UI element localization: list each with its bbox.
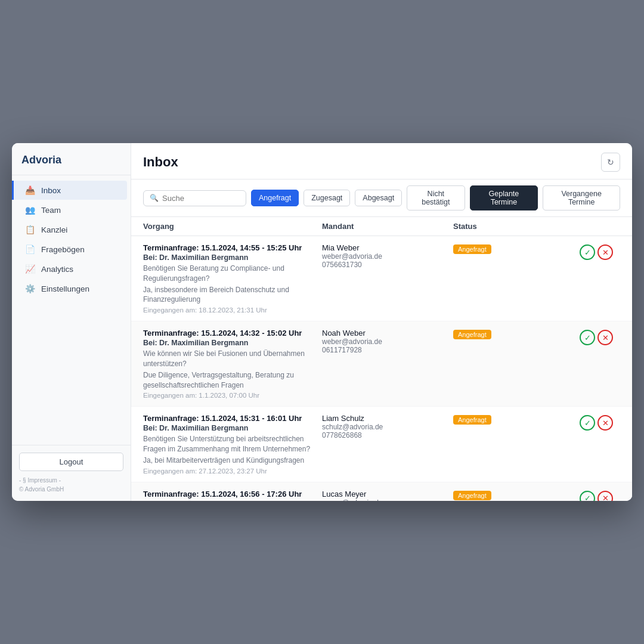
status-badge: Angefragt: [453, 330, 491, 339]
reject-button[interactable]: ✕: [597, 415, 613, 431]
sidebar-item-team[interactable]: 👥Team: [16, 200, 127, 219]
mandant-email: schulz@advoria.de: [322, 423, 453, 431]
vorgang-cell: Terminanfrage: 15.1.2024, 14:32 - 15:02 …: [143, 329, 322, 399]
sidebar: Advoria 📥Inbox👥Team📋Kanzlei📄Fragebögen📈A…: [12, 143, 131, 501]
mandant-email: weber@advoria.de: [322, 252, 453, 261]
app-window: Advoria 📥Inbox👥Team📋Kanzlei📄Fragebögen📈A…: [12, 143, 632, 501]
mandant-cell: Mia Weber weber@advoria.de 0756631730: [322, 243, 453, 269]
mandant-cell: Liam Schulz schulz@advoria.de 0778626868: [322, 414, 453, 439]
status-cell: Angefragt: [453, 414, 572, 425]
vorgang-sub: Bei: Dr. Maximilian Bergmann: [143, 339, 322, 347]
search-wrap: 🔍: [143, 190, 246, 206]
vorgang-text2: Ja, insbesondere im Bereich Datenschutz …: [143, 285, 322, 305]
vorgang-cell: Terminanfrage: 15.1.2024, 16:56 - 17:26 …: [143, 490, 322, 501]
accept-button[interactable]: ✓: [580, 330, 595, 345]
actions-cell: ✓ ✕: [572, 415, 620, 431]
sidebar-footer: Logout - § Impressum - © Advoria GmbH: [12, 445, 131, 501]
sidebar-item-kanzlei[interactable]: 📋Kanzlei: [16, 220, 127, 239]
team-icon: 👥: [25, 205, 35, 215]
inbox-icon: 📥: [25, 185, 35, 195]
status-badge: Angefragt: [453, 491, 491, 500]
vorgang-title: Terminanfrage: 15.1.2024, 15:31 - 16:01 …: [143, 414, 322, 423]
mandant-name: Liam Schulz: [322, 414, 453, 423]
status-cell: Angefragt: [453, 329, 572, 339]
vorgang-title: Terminanfrage: 15.1.2024, 16:56 - 17:26 …: [143, 490, 322, 499]
sidebar-item-fragebögen[interactable]: 📄Fragebögen: [16, 240, 127, 259]
vorgang-sub: Bei: Dr. Maximilian Bergmann: [143, 253, 322, 262]
filters-row: 🔍 AngefragtZugesagtAbgesagtNicht bestäti…: [131, 179, 632, 217]
vorgang-date: Eingegangen am: 18.12.2023, 21:31 Uhr: [143, 306, 322, 314]
search-icon: 🔍: [150, 194, 159, 202]
accept-button[interactable]: ✓: [580, 415, 595, 431]
refresh-button[interactable]: ↻: [601, 153, 620, 172]
vorgang-cell: Terminanfrage: 15.1.2024, 15:31 - 16:01 …: [143, 414, 322, 474]
sidebar-item-label: Team: [41, 206, 61, 215]
table-header-cell: Status: [453, 222, 572, 231]
accept-button[interactable]: ✓: [580, 491, 595, 501]
mandant-phone: 0756631730: [322, 261, 453, 269]
app-logo: Advoria: [12, 143, 131, 175]
table-row: Terminanfrage: 15.1.2024, 14:32 - 15:02 …: [131, 321, 632, 407]
page-title: Inbox: [143, 154, 178, 170]
accept-button[interactable]: ✓: [580, 244, 595, 260]
sidebar-item-label: Inbox: [41, 186, 61, 195]
analytics-icon: 📈: [25, 264, 35, 274]
table-body: Terminanfrage: 15.1.2024, 14:55 - 15:25 …: [131, 236, 632, 501]
sidebar-item-analytics[interactable]: 📈Analytics: [16, 259, 127, 278]
sidebar-nav: 📥Inbox👥Team📋Kanzlei📄Fragebögen📈Analytics…: [12, 175, 131, 445]
vorgang-date: Eingegangen am: 27.12.2023, 23:27 Uhr: [143, 467, 322, 475]
reject-button[interactable]: ✕: [597, 491, 613, 501]
mandant-cell: Noah Weber weber@advoria.de 0611717928: [322, 329, 453, 354]
filter-vergangene-termine[interactable]: Vergangene Termine: [543, 185, 620, 210]
sidebar-item-label: Einstellungen: [41, 284, 89, 293]
sidebar-item-inbox[interactable]: 📥Inbox: [12, 181, 127, 200]
einstellungen-icon: ⚙️: [25, 284, 35, 293]
status-cell: Angefragt: [453, 490, 572, 500]
mandant-cell: Lucas Meyer meyer@advoria.de 0567980136: [322, 490, 453, 501]
sidebar-item-einstellungen[interactable]: ⚙️Einstellungen: [16, 279, 127, 298]
status-badge: Angefragt: [453, 244, 491, 254]
main-content: Inbox ↻ 🔍 AngefragtZugesagtAbgesagtNicht…: [131, 143, 632, 501]
table-row: Terminanfrage: 15.1.2024, 14:55 - 15:25 …: [131, 236, 632, 321]
table-header-cell: Mandant: [322, 222, 453, 231]
vorgang-title: Terminanfrage: 15.1.2024, 14:32 - 15:02 …: [143, 329, 322, 338]
vorgang-date: Eingegangen am: 1.1.2023, 07:00 Uhr: [143, 392, 322, 399]
filter-zugesagt[interactable]: Zugesagt: [304, 190, 350, 206]
fragebögen-icon: 📄: [25, 244, 35, 254]
status-cell: Angefragt: [453, 243, 572, 254]
mandant-email: weber@advoria.de: [322, 338, 453, 346]
sidebar-item-label: Analytics: [41, 265, 73, 274]
actions-cell: ✓ ✕: [572, 330, 620, 345]
main-header: Inbox ↻: [131, 143, 632, 179]
vorgang-title: Terminanfrage: 15.1.2024, 14:55 - 15:25 …: [143, 243, 322, 252]
actions-cell: ✓ ✕: [572, 491, 620, 501]
filter-nicht-bestaetigt[interactable]: Nicht bestätigt: [407, 185, 465, 210]
mandant-name: Lucas Meyer: [322, 490, 453, 499]
table-header-cell: Vorgang: [143, 222, 322, 231]
filter-angefragt[interactable]: Angefragt: [251, 190, 299, 206]
table-header-cell: [572, 222, 620, 231]
footer-impressum: - § Impressum - © Advoria GmbH: [19, 476, 123, 494]
vorgang-sub: Bei: Dr. Maximilian Bergmann: [143, 424, 322, 432]
filter-geplante-termine[interactable]: Geplante Termine: [470, 185, 538, 210]
status-badge: Angefragt: [453, 415, 491, 425]
vorgang-text1: Benötigen Sie Unterstützung bei arbeitsr…: [143, 434, 322, 454]
reject-button[interactable]: ✕: [597, 330, 613, 345]
vorgang-text1: Wie können wir Sie bei Fusionen und Über…: [143, 349, 322, 369]
mandant-phone: 0611717928: [322, 346, 453, 354]
vorgang-text2: Due Diligence, Vertragsgestaltung, Berat…: [143, 370, 322, 391]
search-input[interactable]: [162, 194, 240, 203]
table-header: VorgangMandantStatus: [131, 217, 632, 236]
logout-button[interactable]: Logout: [19, 453, 123, 471]
vorgang-text1: Benötigen Sie Beratung zu Compliance- un…: [143, 264, 322, 284]
kanzlei-icon: 📋: [25, 225, 35, 234]
vorgang-sub: Bei: Dr. Maximilian Bergmann: [143, 500, 322, 501]
reject-button[interactable]: ✕: [597, 244, 613, 260]
table-row: Terminanfrage: 15.1.2024, 15:31 - 16:01 …: [131, 407, 632, 482]
table-row: Terminanfrage: 15.1.2024, 16:56 - 17:26 …: [131, 482, 632, 501]
vorgang-text2: Ja, bei Mitarbeiterverträgen und Kündigu…: [143, 456, 322, 466]
mandant-email: meyer@advoria.de: [322, 499, 453, 501]
filter-abgesagt[interactable]: Abgesagt: [355, 190, 402, 206]
sidebar-item-label: Kanzlei: [41, 225, 67, 234]
mandant-name: Noah Weber: [322, 329, 453, 338]
